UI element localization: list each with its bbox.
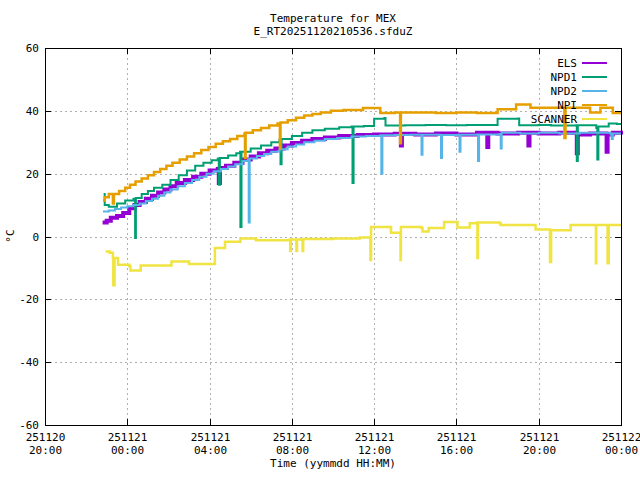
legend-label-npd1: NPD1 [551, 71, 578, 84]
x-tick-time: 00:00 [605, 444, 638, 457]
y-tick-label: 20 [26, 168, 39, 181]
series-line-npd2 [103, 133, 621, 223]
legend-entry-npd2: NPD2 [551, 85, 608, 98]
legend-entry-npd1: NPD1 [551, 71, 608, 84]
legend-label-scanner: SCANNER [531, 113, 578, 126]
y-tick-label: -20 [19, 293, 39, 306]
x-tick-date: 251121 [191, 431, 231, 444]
x-tick-date: 251121 [520, 431, 560, 444]
x-tick-time: 20:00 [523, 444, 556, 457]
legend-entry-els: ELS [557, 57, 607, 70]
legend-label-els: ELS [557, 57, 577, 70]
series-line-els [103, 133, 621, 223]
x-tick-date: 251121 [273, 431, 313, 444]
tick-labels: 6040200-20-40-6025112020:0025112100:0025… [19, 42, 640, 457]
chart-title: Temperature for MEX [270, 12, 396, 25]
x-tick-time: 20:00 [29, 444, 62, 457]
x-tick-date: 251121 [108, 431, 148, 444]
y-tick-label: -40 [19, 356, 39, 369]
y-tick-label: 40 [26, 105, 39, 118]
chart-subtitle: E_RT20251120210536.sfduZ [254, 25, 413, 38]
y-tick-label: 60 [26, 42, 39, 55]
legend: ELSNPD1NPD2NPISCANNER [531, 57, 607, 126]
axis-ticks [45, 48, 622, 426]
x-tick-time: 00:00 [111, 444, 144, 457]
x-tick-date: 251122 [602, 431, 640, 444]
legend-label-npi: NPI [557, 99, 577, 112]
legend-label-npd2: NPD2 [551, 85, 578, 98]
x-tick-time: 12:00 [358, 444, 391, 457]
y-tick-label: 0 [32, 231, 39, 244]
x-tick-time: 04:00 [194, 444, 227, 457]
x-axis-label: Time (yymmdd HH:MM) [270, 457, 396, 470]
temperature-chart: 6040200-20-40-6025112020:0025112100:0025… [0, 0, 640, 480]
data-series [103, 105, 621, 286]
x-tick-time: 16:00 [440, 444, 473, 457]
x-tick-date: 251120 [26, 431, 66, 444]
x-tick-time: 08:00 [276, 444, 309, 457]
y-axis-label: °C [4, 229, 17, 242]
x-tick-date: 251121 [355, 431, 395, 444]
legend-entry-scanner: SCANNER [531, 113, 607, 126]
series-line-scanner [106, 222, 621, 285]
grid-lines [45, 48, 622, 426]
x-tick-date: 251121 [437, 431, 477, 444]
